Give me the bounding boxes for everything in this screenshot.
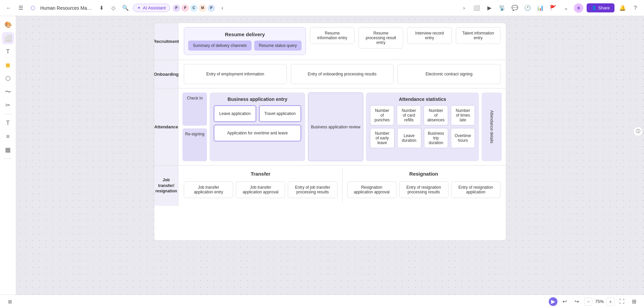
download-icon[interactable]: ⬇: [97, 3, 106, 13]
sidebar-text2-icon[interactable]: T: [2, 117, 14, 129]
leave-duration-card[interactable]: Leave duration: [397, 128, 421, 148]
times-late-card[interactable]: Number of times late: [451, 105, 475, 125]
comment-icon[interactable]: 💬: [510, 3, 520, 13]
job-transfer-approval-card[interactable]: Job transfer application approval: [236, 181, 285, 198]
document-title[interactable]: Human Resources Mana...: [40, 5, 94, 11]
business-trip-card[interactable]: Business trip duration: [424, 128, 448, 148]
job-transfer-content: Transfer Job transfer application entry …: [178, 166, 506, 206]
attendance-left-labels: Check In Re-signing: [182, 93, 207, 161]
resignation-entry-card[interactable]: Entry of resignation application: [451, 181, 500, 198]
travel-application-card[interactable]: Travel application: [259, 105, 301, 122]
sidebar-sticky-icon[interactable]: ◼: [2, 59, 14, 71]
play-mode-icon[interactable]: ▶: [549, 297, 557, 306]
recruitment-row: Recruitment Resume delivery Summary of d…: [154, 23, 506, 60]
overtime-leave-card[interactable]: Application for overtime and leave: [214, 125, 301, 141]
sidebar-shapes-icon[interactable]: ⬜: [2, 32, 14, 44]
toolbar-right: › ⬜ ▶ 📡 💬 🕐 📊 🚩 ⌄ B 👤 Share 🔔 ?: [459, 3, 640, 13]
summary-delivery-btn[interactable]: Summary of delivery channels: [188, 41, 252, 51]
business-entry-row1: Leave application Travel application: [214, 105, 301, 122]
resignation-full-section: Resignation Resignation application appr…: [347, 168, 501, 198]
fit-screen-icon[interactable]: ⛶: [617, 297, 627, 306]
sidebar-circle-icon[interactable]: ⬡: [2, 72, 14, 84]
avatar[interactable]: B: [574, 3, 583, 13]
resume-processing-card[interactable]: Resume processing result entry: [359, 27, 403, 49]
resignation-processing-card[interactable]: Entry of resignation processing results: [399, 181, 448, 198]
transfer-cards-row: Job transfer application entry Job trans…: [184, 181, 337, 198]
resignation-approval-card[interactable]: Resignation application approval: [347, 181, 396, 198]
plugin-1[interactable]: P: [173, 4, 180, 12]
early-leave-card[interactable]: Number of early leave: [370, 128, 394, 148]
job-transfer-processing-card[interactable]: Entry of job transfer processing results: [288, 181, 337, 198]
app-logo-icon: ⬡: [28, 3, 38, 13]
expand-icon[interactable]: ›: [459, 3, 469, 13]
redo-icon[interactable]: ↪: [572, 297, 582, 306]
employment-info-card[interactable]: Entry of employment information: [184, 64, 287, 84]
sidebar-divider-1: [4, 114, 12, 114]
zoom-out-btn[interactable]: −: [584, 298, 592, 306]
re-signing-btn[interactable]: Re-signing: [182, 128, 207, 162]
info-panel[interactable]: ⓘ: [633, 127, 643, 136]
interview-record-card[interactable]: Interview record entry: [407, 27, 452, 44]
sidebar-text-icon[interactable]: T: [2, 46, 14, 58]
help-icon[interactable]: ?: [631, 3, 640, 13]
ai-assistant-label: AI Assistant: [143, 5, 166, 10]
check-in-btn[interactable]: Check In: [182, 93, 207, 126]
notification-icon[interactable]: 🔔: [618, 3, 627, 13]
upload-icon[interactable]: ⬜: [472, 3, 481, 13]
play-icon[interactable]: ▶: [485, 3, 494, 13]
collapse-icon[interactable]: ‹: [218, 3, 227, 13]
attendance-details-card[interactable]: Attendance details: [482, 93, 502, 161]
plugin-5[interactable]: P: [208, 4, 215, 12]
sidebar-table-icon[interactable]: ▦: [2, 144, 14, 156]
sidebar-list-icon[interactable]: ≡: [2, 130, 14, 142]
resume-info-entry-card[interactable]: Resume information entry: [310, 27, 355, 44]
zoom-control: − 75% +: [584, 298, 614, 306]
absences-card[interactable]: Number of absences: [424, 105, 448, 125]
plugin-2[interactable]: P: [181, 4, 189, 12]
plugin-4[interactable]: M: [199, 4, 206, 12]
attendance-stats-title: Attendance statistics: [370, 97, 475, 102]
stats-cards-grid: Number of punches Number of card refills…: [370, 105, 475, 148]
undo-icon[interactable]: ↩: [560, 297, 570, 306]
chart-icon[interactable]: 📊: [536, 3, 545, 13]
transfer-full-section: Transfer Job transfer application entry …: [184, 168, 337, 198]
diagram-container: Recruitment Resume delivery Summary of d…: [154, 23, 506, 241]
electronic-contract-card[interactable]: Electronic contract signing: [397, 64, 500, 84]
sidebar-pen-icon[interactable]: 〜: [2, 86, 14, 98]
left-sidebar: 🎨 ⬜ T ◼ ⬡ 〜 ✂ T ≡ ▦ ⬡: [0, 16, 16, 308]
minimap-icon[interactable]: ⊞: [5, 297, 15, 306]
sidebar-scissors-icon[interactable]: ✂: [2, 99, 14, 111]
zoom-in-btn[interactable]: +: [606, 298, 614, 306]
stats-row1: Number of punches Number of card refills…: [370, 105, 475, 125]
business-review-card[interactable]: Business application review: [308, 93, 363, 161]
tag-icon[interactable]: ◇: [109, 3, 118, 13]
resignation-section-title: Resignation: [347, 168, 501, 179]
grid-view-icon[interactable]: ⊞: [629, 297, 639, 306]
chevron-down-icon[interactable]: ⌄: [561, 3, 571, 13]
attendance-content: Check In Re-signing Business application…: [178, 88, 506, 165]
menu-icon[interactable]: ☰: [16, 3, 25, 13]
broadcast-icon[interactable]: 📡: [497, 3, 507, 13]
overtime-hours-card[interactable]: Overtime hours: [451, 128, 475, 148]
job-transfer-entry-card[interactable]: Job transfer application entry: [184, 181, 233, 198]
leave-application-card[interactable]: Leave application: [214, 105, 256, 122]
resume-sub-buttons: Summary of delivery channels Resume stat…: [188, 41, 302, 51]
onboarding-content: Entry of employment information Entry of…: [178, 60, 506, 88]
search-icon[interactable]: 🔍: [121, 3, 130, 13]
talent-info-card[interactable]: Talent information entry: [456, 27, 500, 44]
clock-icon[interactable]: 🕐: [523, 3, 532, 13]
business-entry-row2: Application for overtime and leave: [214, 125, 301, 141]
ai-assistant-button[interactable]: ✦ AI Assistant: [133, 4, 170, 12]
zoom-level[interactable]: 75%: [594, 299, 605, 304]
share-button[interactable]: 👤 Share: [587, 3, 614, 12]
onboarding-processing-card[interactable]: Entry of onboarding processing results: [291, 64, 394, 84]
back-button[interactable]: ←: [4, 3, 13, 13]
sidebar-palette-icon[interactable]: 🎨: [2, 19, 14, 31]
card-refills-card[interactable]: Number of card refills: [397, 105, 421, 125]
flag-icon[interactable]: 🚩: [548, 3, 558, 13]
ai-icon: ✦: [137, 5, 141, 10]
punches-card[interactable]: Number of punches: [370, 105, 394, 125]
onboarding-label: Onboarding: [154, 60, 178, 88]
resume-status-btn[interactable]: Resume status query: [254, 41, 302, 51]
plugin-3[interactable]: C: [190, 4, 198, 12]
